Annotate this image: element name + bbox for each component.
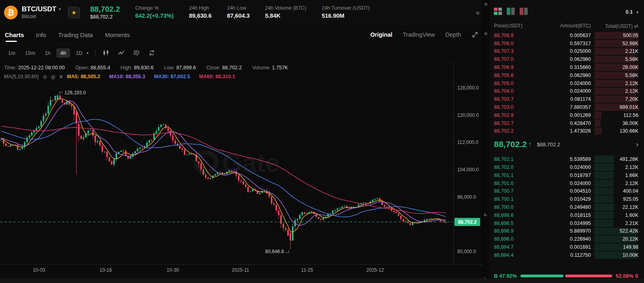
visibility-eye-icon[interactable]: ⊙ xyxy=(43,74,47,80)
bid-row[interactable]: 88,700.10.010429925.05 xyxy=(494,195,638,203)
order-price: 88,696.9 xyxy=(494,228,534,234)
bid-row[interactable]: 88,694.40.11275010.00K xyxy=(494,251,638,259)
tab-charts[interactable]: Charts xyxy=(5,26,24,44)
bid-row[interactable]: 88,702.00.0240002.12K xyxy=(494,163,638,171)
order-amount: 0.024000 xyxy=(534,88,591,94)
order-price: 88,706.9 xyxy=(494,65,534,70)
mid-price-row[interactable]: 88,702.2 ↑ $88,702.2 › xyxy=(494,135,638,154)
bid-row[interactable]: 88,701.00.0240002.12K xyxy=(494,179,638,187)
panel-resize-handle[interactable] xyxy=(484,213,487,216)
tab-info[interactable]: Info xyxy=(36,26,46,44)
timeframe-dropdown-caret-icon[interactable]: ▾ xyxy=(87,51,89,55)
layout-asks-icon[interactable] xyxy=(520,8,528,16)
order-amount: 1.473026 xyxy=(534,128,591,134)
pair-title[interactable]: BTC/USDT xyxy=(22,5,56,13)
precision-select[interactable]: 0.1 ▾ xyxy=(625,9,638,15)
order-total: 10.00K xyxy=(591,252,638,258)
indicator-line-icon[interactable] xyxy=(117,49,125,57)
order-total: 699.01K xyxy=(591,104,638,110)
tab-tradingview[interactable]: TradingView xyxy=(403,31,435,38)
layout-bids-icon[interactable] xyxy=(507,8,516,16)
ma-settings-label: MA(5,10,30,60) xyxy=(4,74,39,79)
buy-ratio-bar xyxy=(520,275,564,277)
order-amount: 0.226940 xyxy=(534,236,591,242)
candlestick-chart-area[interactable]: 128,000.0120,000.0112,000.0104,000.096,0… xyxy=(0,61,483,283)
ask-row[interactable]: 88,705.00.0240002.12K xyxy=(494,79,638,87)
timeframe-1d[interactable]: 1D xyxy=(72,48,87,58)
panel-drag-handle-icon[interactable]: ≡ xyxy=(484,1,487,7)
order-price: 88,708.0 xyxy=(494,41,534,46)
order-amount: 0.428470 xyxy=(534,121,591,126)
indicator-settings-icon[interactable] xyxy=(132,49,140,57)
svg-text:10-30: 10-30 xyxy=(167,267,179,273)
order-amount: 0.081174 xyxy=(534,96,591,102)
bid-row[interactable]: 88,696.95.889970522.42K xyxy=(494,227,638,235)
tab-original[interactable]: Original xyxy=(370,31,392,38)
tab-moments[interactable]: Moments xyxy=(105,26,130,44)
ma-settings-icon[interactable]: ◎ xyxy=(51,74,55,80)
order-price: 88,700.7 xyxy=(494,188,534,194)
order-price: 88,702.7 xyxy=(494,121,534,126)
orderbook-menu-icon[interactable]: ≡ xyxy=(484,31,487,37)
ask-row[interactable]: 88,706.90.31566028.00K xyxy=(494,63,638,71)
ask-row[interactable]: 88,705.60.0629805.58K xyxy=(494,71,638,79)
chart-section: ₿ BTC/USDT ▾ Bitcoin ★ 88,702.2 $88,702.… xyxy=(0,0,483,283)
ask-row[interactable]: 88,707.30.0250002.21K xyxy=(494,48,638,56)
svg-text:10-03: 10-03 xyxy=(33,267,45,273)
bid-row[interactable]: 88,701.10.0187871.66K xyxy=(494,171,638,179)
bid-row[interactable]: 88,694.70.001691149.98 xyxy=(494,243,638,251)
ask-row[interactable]: 88,704.00.0240002.12K xyxy=(494,87,638,96)
order-amount: 0.024995 xyxy=(534,221,591,226)
ask-row[interactable]: 88,702.21.473026130.66K xyxy=(494,127,638,135)
timeframe-1m[interactable]: 1m xyxy=(4,48,19,58)
ask-row[interactable]: 88,708.90.005637500.05 xyxy=(494,31,638,40)
units-toggle-icon[interactable]: ⇄ xyxy=(634,23,638,29)
bid-row[interactable]: 88,702.15.538589491.28K xyxy=(494,155,638,163)
ohlc-value: 87,899.6 xyxy=(176,65,196,71)
order-amount: 5.889970 xyxy=(534,228,591,234)
order-total: 149.98 xyxy=(591,244,638,250)
ask-row[interactable]: 88,707.00.0629805.58K xyxy=(494,55,638,63)
pair-block: BTC/USDT ▾ Bitcoin xyxy=(22,5,61,19)
chart-tabs: Charts Info Trading Data Moments Origina… xyxy=(0,25,483,45)
order-price: 88,702.9 xyxy=(494,112,534,118)
compare-swap-icon[interactable] xyxy=(148,49,156,57)
ma-close-icon[interactable]: ✕ xyxy=(59,74,63,80)
ask-row[interactable]: 88,702.90.001269112.56 xyxy=(494,111,638,119)
order-amount: 0.315660 xyxy=(534,65,591,70)
order-amount: 0.024000 xyxy=(534,81,591,86)
tab-depth[interactable]: Depth xyxy=(446,31,461,38)
fullscreen-expand-icon[interactable] xyxy=(471,31,479,38)
bid-row[interactable]: 88,696.00.22694020.12K xyxy=(494,235,638,243)
order-total: 5.58K xyxy=(591,56,638,62)
pair-dropdown-caret-icon[interactable]: ▾ xyxy=(59,7,61,12)
chevron-right-icon[interactable]: › xyxy=(636,140,638,149)
order-price: 88,704.0 xyxy=(494,88,534,94)
order-amount: 0.112750 xyxy=(534,252,591,258)
favorite-button[interactable]: ★ xyxy=(68,7,80,18)
orderbook-panel: ≡ ≡ 0.1 ▾ xyxy=(483,0,644,283)
order-total: 522.42K xyxy=(591,228,638,234)
ask-row[interactable]: 88,708.00.59731752.98K xyxy=(494,40,638,48)
ask-row[interactable]: 88,703.70.0811747.20K xyxy=(494,95,638,103)
mid-price: 88,702.2 xyxy=(494,139,527,149)
bid-row[interactable]: 88,698.60.0181151.60K xyxy=(494,211,638,219)
order-total: 491.28K xyxy=(591,156,638,162)
price-block: 88,702.2 $88,702.2 xyxy=(90,5,120,21)
header-menu-icon[interactable]: ≡ xyxy=(473,8,483,17)
bid-row[interactable]: 88,700.70.004510400.04 xyxy=(494,187,638,196)
order-amount: 0.010429 xyxy=(534,196,591,202)
bid-row[interactable]: 88,698.50.0249952.21K xyxy=(494,219,638,227)
layout-both-icon[interactable] xyxy=(494,8,503,16)
ask-row[interactable]: 88,703.07.880357699.01K xyxy=(494,103,638,111)
candlestick-chart[interactable]: 128,000.0120,000.0112,000.0104,000.096,0… xyxy=(0,61,483,283)
candlestick-style-icon[interactable] xyxy=(102,49,110,57)
order-amount: 0.025000 xyxy=(534,48,591,54)
timeframe-4h[interactable]: 4h xyxy=(56,48,70,58)
bid-row[interactable]: 88,700.00.24948022.12K xyxy=(494,203,638,211)
timeframe-1h[interactable]: 1h xyxy=(41,48,54,58)
timeframe-15m[interactable]: 15m xyxy=(21,48,39,58)
ma30-value: MA30: 87,602.5 xyxy=(154,74,190,79)
ask-row[interactable]: 88,702.70.42847038.00K xyxy=(494,119,638,127)
tab-trading-data[interactable]: Trading Data xyxy=(58,26,93,44)
